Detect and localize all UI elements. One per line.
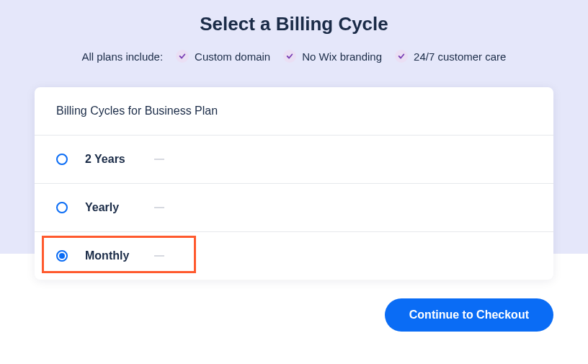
billing-option-label: Monthly — [85, 249, 143, 262]
radio-icon — [56, 154, 68, 165]
continue-to-checkout-button[interactable]: Continue to Checkout — [385, 298, 553, 332]
feature-label: No Wix branding — [302, 50, 382, 63]
radio-icon — [56, 202, 68, 213]
radio-icon — [56, 250, 68, 262]
features-intro: All plans include: — [82, 50, 164, 63]
billing-option-label: 2 Years — [85, 153, 143, 166]
billing-option-monthly[interactable]: Monthly — [35, 232, 553, 280]
feature-label: Custom domain — [195, 50, 270, 63]
page-content: Select a Billing Cycle All plans include… — [0, 0, 588, 332]
feature-label: 24/7 customer care — [414, 50, 506, 63]
billing-option-yearly[interactable]: Yearly — [35, 184, 553, 232]
check-icon — [176, 50, 189, 63]
check-icon — [395, 50, 408, 63]
card-title: Billing Cycles for Business Plan — [35, 87, 553, 136]
page-title: Select a Billing Cycle — [0, 13, 588, 35]
price-placeholder-dash — [154, 207, 164, 208]
cta-row: Continue to Checkout — [35, 298, 553, 332]
price-placeholder-dash — [154, 255, 164, 257]
feature-item-customer-care: 24/7 customer care — [395, 50, 506, 63]
billing-cycle-card: Billing Cycles for Business Plan 2 Years… — [35, 87, 553, 280]
billing-option-2-years[interactable]: 2 Years — [35, 136, 553, 184]
feature-item-custom-domain: Custom domain — [176, 50, 270, 63]
feature-item-no-branding: No Wix branding — [283, 50, 382, 63]
features-row: All plans include: Custom domain No Wix … — [0, 50, 588, 63]
check-icon — [283, 50, 296, 63]
billing-option-label: Yearly — [85, 201, 143, 214]
price-placeholder-dash — [154, 159, 164, 160]
